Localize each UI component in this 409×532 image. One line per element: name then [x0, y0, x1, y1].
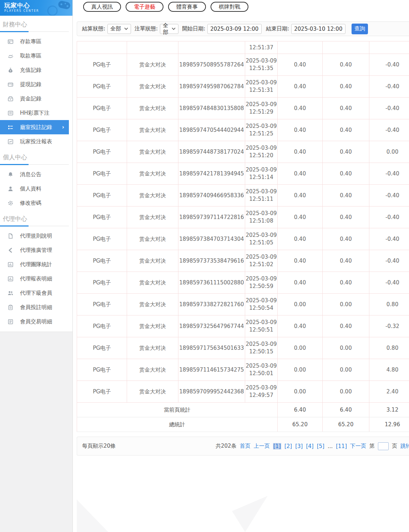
table-row[interactable]: PG电子赏金大对决18985974848301358082025-03-0912…: [77, 98, 409, 119]
app-root: 玩家中心 PLAYERS CENTER 財務中心存款專區取款專區充值記錄提現記錄…: [0, 0, 409, 532]
cell-provider: PG电子: [77, 250, 127, 272]
prev-page-link[interactable]: 上一页: [254, 443, 270, 449]
cell-valid-bet: 0.40: [323, 163, 369, 185]
sidebar-item[interactable]: 代理報表明細: [0, 272, 69, 286]
jump-button[interactable]: 跳转: [400, 443, 409, 449]
jump-prefix-label: 第: [369, 443, 375, 449]
sidebar-item[interactable]: HH彩票下注: [0, 106, 69, 120]
sidebar-item[interactable]: 取款專區: [0, 49, 69, 63]
jump-page-input[interactable]: [378, 442, 389, 450]
page-link[interactable]: [2]: [284, 443, 292, 449]
sidebar-item[interactable]: 代理推廣管理: [0, 243, 69, 257]
settle-status-label: 結算狀態:: [82, 25, 105, 32]
cell-order-no: 1898597448738177024: [178, 141, 245, 163]
sidebar-item[interactable]: 個人資料: [0, 182, 69, 196]
page-link[interactable]: [3]: [295, 443, 303, 449]
table-row[interactable]: PG电子赏金大对决18985973256479677442025-03-0912…: [77, 315, 409, 337]
sidebar-nav: 財務中心存款專區取款專區充值記錄提現記錄資金記錄HH彩票下注廳室投註記錄›玩家投…: [0, 16, 72, 332]
table-row[interactable]: PG电子赏金大对决18985973611150028802025-03-0912…: [77, 272, 409, 294]
sidebar-item-label: 玩家投注報表: [20, 138, 52, 145]
sidebar-item[interactable]: 消息公告: [0, 167, 69, 182]
category-tab[interactable]: 體育賽事: [168, 2, 206, 12]
start-date-input[interactable]: [207, 24, 262, 34]
sidebar-item[interactable]: 會員交易明細: [0, 314, 69, 329]
cell-valid-bet: 0.40: [323, 228, 369, 250]
bet-detail-icon: [7, 304, 14, 310]
cell-time: 12:50:01: [245, 370, 277, 377]
sidebar-item-label: 取款專區: [20, 53, 41, 59]
sidebar-item[interactable]: 存款專區: [0, 34, 69, 49]
end-date-input[interactable]: [291, 24, 345, 34]
sidebar-item[interactable]: 會員投註明細: [0, 300, 69, 314]
sidebar-item[interactable]: 玩家投注報表: [0, 134, 69, 149]
start-date-label: 開始日期:: [182, 25, 205, 32]
cell-date: 2025-03-09: [245, 166, 277, 174]
cell-profit: -0.40: [369, 98, 409, 119]
pagination-bar: 每頁顯示20條 共202条首页上一页[1][2][3][4][5]...[11]…: [77, 437, 409, 456]
cell-game: 赏金大对决: [127, 119, 178, 141]
cell-time: 12:51:35: [245, 65, 277, 72]
table-row[interactable]: PG电子赏金大对决18985973382728217602025-03-0912…: [77, 294, 409, 315]
cell-bet-amount: 0.40: [278, 272, 323, 294]
withdraw-record-icon: [7, 81, 14, 88]
sidebar-item[interactable]: 修改密碼: [0, 196, 69, 210]
cell-bet-amount: 0.40: [278, 207, 323, 228]
cell-date: 2025-03-09: [245, 297, 277, 304]
cell-datetime: 2025-03-0912:49:57: [245, 381, 278, 403]
sidebar-item[interactable]: 資金記錄: [0, 91, 69, 106]
table-row[interactable]: PG电子赏金大对决18985974959870627842025-03-0912…: [77, 76, 409, 98]
table-row[interactable]: PG电子赏金大对决18985970999524423682025-03-0912…: [77, 381, 409, 403]
cell-date: 2025-03-09: [245, 275, 277, 283]
cell-game: 赏金大对决: [127, 359, 178, 381]
next-page-link[interactable]: 下一页: [350, 443, 366, 449]
cell-profit: -0.40: [369, 228, 409, 250]
summary-value: 65.20: [323, 417, 369, 432]
settle-status-select[interactable]: 全部: [107, 24, 131, 34]
table-row[interactable]: PG电子赏金大对决18985971146157342752025-03-0912…: [77, 359, 409, 381]
sidebar-item[interactable]: 代理團隊統計: [0, 257, 69, 272]
category-tabs: 真人視訊電子遊藝體育賽事棋牌對戰: [83, 2, 409, 12]
table-row[interactable]: PG电子赏金大对决18985973735384796162025-03-0912…: [77, 250, 409, 272]
cell-bet-amount: 0.00: [278, 337, 323, 359]
sidebar-item[interactable]: 代理規則說明: [0, 229, 69, 243]
category-tab[interactable]: 電子遊藝: [126, 2, 163, 12]
cell-date: 2025-03-09: [245, 79, 277, 86]
sidebar-item[interactable]: 廳室投註記錄›: [0, 120, 69, 134]
table-row[interactable]: PG电子赏金大对决18985974094669583362025-03-0912…: [77, 185, 409, 207]
category-tab[interactable]: 棋牌對戰: [211, 2, 248, 12]
cell-bet-amount: 0.40: [278, 250, 323, 272]
order-status-select[interactable]: 全部: [160, 24, 178, 34]
table-row[interactable]: PG电子赏金大对决18985974705444029442025-03-0912…: [77, 119, 409, 141]
sidebar-item[interactable]: 代理下級會員: [0, 286, 69, 300]
last-page-link[interactable]: [11]: [336, 443, 347, 449]
first-page-link[interactable]: 首页: [240, 443, 251, 449]
sidebar-item-label: 存款專區: [20, 38, 41, 45]
cell-profit: -0.40: [369, 207, 409, 228]
sidebar-item-label: 會員投註明細: [20, 304, 52, 311]
search-button[interactable]: 查詢: [352, 24, 368, 34]
cell-time: 12:50:59: [245, 283, 277, 290]
table-row[interactable]: PG电子赏金大对决18985973847037143042025-03-0912…: [77, 228, 409, 250]
table-row[interactable]: PG电子赏金大对决18985974217813949452025-03-0912…: [77, 163, 409, 185]
page-link[interactable]: [5]: [317, 443, 324, 449]
page-link[interactable]: [4]: [306, 443, 313, 449]
current-page-link[interactable]: [1]: [273, 443, 281, 449]
cell-provider: PG电子: [77, 163, 127, 185]
table-row[interactable]: PG电子赏金大对决18985974487381770242025-03-0912…: [77, 141, 409, 163]
cell-game: 赏金大对决: [127, 98, 178, 119]
cell-time: 12:49:57: [245, 392, 277, 399]
cell-datetime: 2025-03-0912:50:59: [245, 272, 278, 294]
cell-time: 12:50:15: [245, 348, 277, 356]
cell-valid-bet: 0.40: [323, 76, 369, 98]
table-row[interactable]: PG电子赏金大对决18985973971147228162025-03-0912…: [77, 207, 409, 228]
cell-order-no: 1898597384703714304: [178, 228, 245, 250]
summary-value: 3.12: [369, 403, 409, 417]
sidebar-item[interactable]: 充值記錄: [0, 63, 69, 77]
table-row[interactable]: PG电子赏金大对决18985975089557872642025-03-0912…: [77, 54, 409, 76]
cell-bet-amount: 0.40: [278, 98, 323, 119]
cell-time: 12:51:29: [245, 108, 277, 116]
category-tab[interactable]: 真人視訊: [83, 2, 121, 12]
sidebar-item[interactable]: 提現記錄: [0, 77, 69, 91]
table-row[interactable]: PG电子赏金大对决18985971756345016332025-03-0912…: [77, 337, 409, 359]
cell-date: 2025-03-09: [245, 319, 277, 326]
